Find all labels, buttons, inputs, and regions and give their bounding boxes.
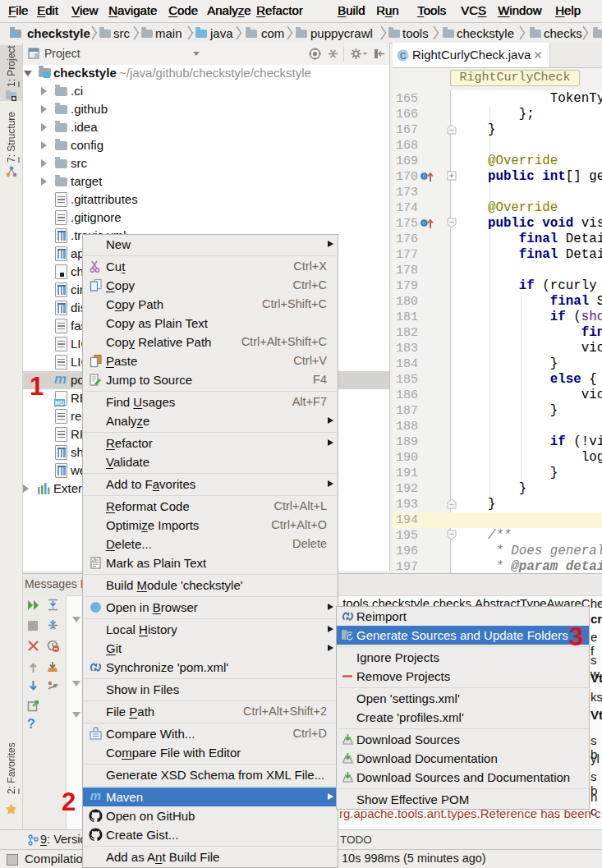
svg-text:C: C bbox=[400, 52, 406, 61]
